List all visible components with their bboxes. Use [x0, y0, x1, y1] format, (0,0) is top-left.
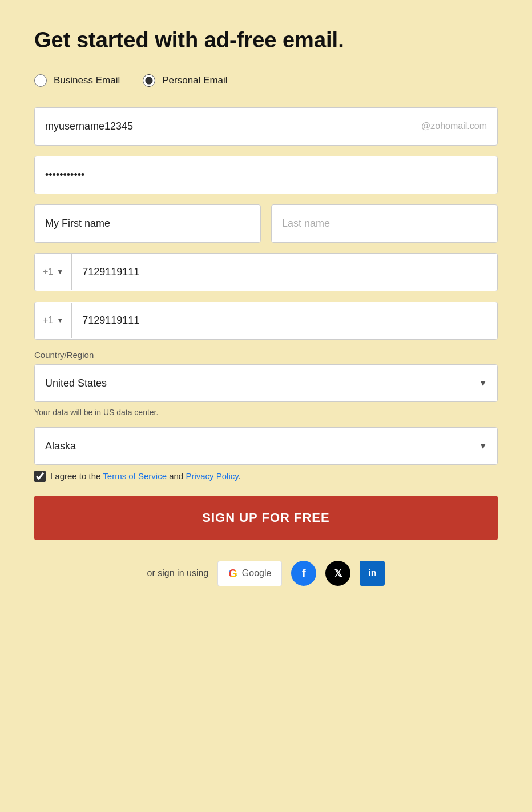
terms-row: I agree to the Terms of Service and Priv…: [34, 471, 498, 482]
google-icon: G: [228, 567, 237, 580]
phone-field-1: +1 ▼: [34, 253, 498, 291]
password-field: [34, 156, 498, 194]
terms-and-text: and: [169, 471, 186, 481]
phone-code-value-2: +1: [43, 315, 53, 325]
twitter-icon: 𝕏: [334, 567, 342, 580]
terms-text: I agree to the Terms of Service and Priv…: [50, 471, 241, 481]
username-field: @zohomail.com: [34, 107, 498, 146]
terms-checkbox[interactable]: [34, 471, 46, 482]
country-select-field: United States Canada United Kingdom ▼: [34, 364, 498, 402]
facebook-signin-button[interactable]: f: [291, 561, 316, 586]
state-select-field: Alaska Alabama Arizona ▼: [34, 427, 498, 465]
privacy-policy-link[interactable]: Privacy Policy: [186, 471, 238, 481]
last-name-field: [271, 204, 498, 243]
personal-email-option[interactable]: Personal Email: [143, 74, 227, 87]
linkedin-signin-button[interactable]: in: [360, 561, 385, 586]
terms-of-service-link[interactable]: Terms of Service: [103, 471, 167, 481]
country-label: Country/Region: [34, 350, 498, 360]
first-name-field: [34, 204, 261, 243]
phone-number-1-input[interactable]: [72, 254, 497, 291]
phone-field-2: +1 ▼: [34, 302, 498, 340]
social-signin-text: or sign in using: [147, 568, 209, 578]
social-signin-row: or sign in using G Google f 𝕏 in: [34, 561, 498, 586]
personal-email-radio[interactable]: [143, 74, 155, 87]
email-suffix: @zohomail.com: [421, 121, 497, 131]
phone-number-2-input[interactable]: [72, 302, 497, 339]
phone-code-1[interactable]: +1 ▼: [35, 254, 72, 290]
linkedin-icon: in: [368, 568, 376, 578]
country-chevron-icon: ▼: [479, 379, 487, 388]
signup-button[interactable]: SIGN UP FOR FREE: [34, 496, 498, 540]
phone-code-2[interactable]: +1 ▼: [35, 303, 72, 338]
google-signin-button[interactable]: G Google: [217, 561, 282, 586]
email-type-group: Business Email Personal Email: [34, 74, 498, 87]
page-title: Get started with ad-free email.: [34, 27, 498, 54]
phone-chevron-1: ▼: [57, 268, 63, 276]
twitter-signin-button[interactable]: 𝕏: [325, 561, 350, 586]
first-name-input[interactable]: [35, 205, 260, 242]
data-center-note: Your data will be in US data center.: [34, 408, 498, 417]
name-row: [34, 204, 498, 243]
password-input[interactable]: [35, 156, 497, 194]
last-name-input[interactable]: [272, 205, 497, 242]
country-select[interactable]: United States Canada United Kingdom: [45, 365, 479, 401]
business-email-radio[interactable]: [34, 74, 47, 87]
phone-code-value-1: +1: [43, 267, 53, 277]
state-chevron-icon: ▼: [479, 441, 487, 451]
username-input[interactable]: [35, 108, 421, 145]
phone-chevron-2: ▼: [57, 316, 63, 324]
business-email-label: Business Email: [54, 75, 120, 86]
personal-email-label: Personal Email: [162, 75, 227, 86]
business-email-option[interactable]: Business Email: [34, 74, 120, 87]
google-label: Google: [242, 568, 272, 578]
facebook-icon: f: [302, 567, 306, 580]
state-select[interactable]: Alaska Alabama Arizona: [45, 428, 479, 464]
